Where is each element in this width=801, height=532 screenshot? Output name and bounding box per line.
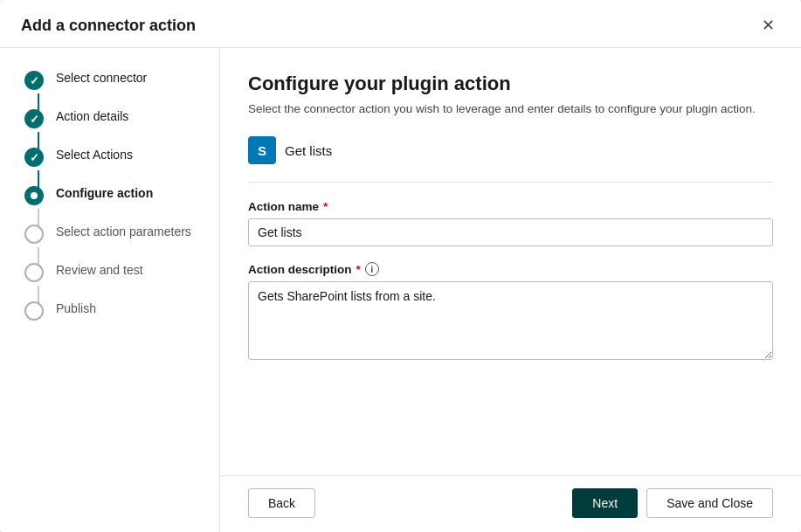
step-label-5: Select action parameters <box>56 223 191 238</box>
step-circle-4 <box>24 186 44 205</box>
check-icon-1: ✓ <box>30 74 39 87</box>
check-icon-3: ✓ <box>30 151 39 164</box>
step-label-2: Action details <box>56 107 128 123</box>
dot-icon-4 <box>31 192 38 199</box>
action-name-group: Action name * <box>248 200 773 246</box>
content-description: Select the connector action you wish to … <box>248 102 773 115</box>
sidebar-item-select-action-parameters[interactable]: Select action parameters <box>0 223 219 261</box>
step-circle-2: ✓ <box>24 109 44 128</box>
action-icon: S <box>248 136 276 164</box>
main-content: Configure your plugin action Select the … <box>220 48 801 532</box>
step-label-4: Configure action <box>56 184 153 200</box>
action-description-group: Action description * i Gets SharePoint l… <box>248 262 773 363</box>
sidebar-item-select-connector[interactable]: ✓ Select connector <box>0 69 219 107</box>
sidebar-item-select-actions[interactable]: ✓ Select Actions <box>0 146 219 184</box>
back-button[interactable]: Back <box>248 488 315 518</box>
footer-right: Next Save and Close <box>572 488 773 518</box>
action-badge: S Get lists <box>248 136 332 164</box>
step-label-1: Select connector <box>56 69 147 85</box>
step-circle-5 <box>24 225 44 244</box>
info-icon: i <box>365 262 379 276</box>
action-display-name: Get lists <box>285 143 332 158</box>
close-button[interactable]: ✕ <box>756 14 780 37</box>
next-button[interactable]: Next <box>572 488 638 518</box>
dialog: Add a connector action ✕ ✓ Select connec… <box>0 0 801 532</box>
content-area: Configure your plugin action Select the … <box>220 48 801 475</box>
check-icon-2: ✓ <box>30 113 39 126</box>
step-circle-7 <box>24 301 44 321</box>
content-title: Configure your plugin action <box>248 73 773 95</box>
action-name-required: * <box>323 200 328 213</box>
sidebar: ✓ Select connector ✓ Action details ✓ Se… <box>0 48 220 532</box>
action-name-input[interactable] <box>248 218 773 246</box>
dialog-body: ✓ Select connector ✓ Action details ✓ Se… <box>0 48 801 532</box>
dialog-title: Add a connector action <box>21 17 196 35</box>
sidebar-item-configure-action[interactable]: Configure action <box>0 184 219 223</box>
action-description-required: * <box>356 263 361 276</box>
sidebar-item-action-details[interactable]: ✓ Action details <box>0 107 219 146</box>
action-name-label: Action name * <box>248 200 773 213</box>
step-label-7: Publish <box>56 300 96 315</box>
footer-left: Back <box>248 488 315 518</box>
save-close-button[interactable]: Save and Close <box>646 488 773 518</box>
close-icon: ✕ <box>762 17 775 34</box>
step-label-6: Review and test <box>56 261 143 277</box>
divider <box>248 182 773 183</box>
step-circle-1: ✓ <box>24 71 44 90</box>
step-label-3: Select Actions <box>56 146 133 162</box>
step-circle-3: ✓ <box>24 148 44 167</box>
sidebar-item-review-and-test[interactable]: Review and test <box>0 261 219 300</box>
action-description-label: Action description * i <box>248 262 773 276</box>
dialog-footer: Back Next Save and Close <box>220 475 801 532</box>
action-description-textarea[interactable]: Gets SharePoint lists from a site. <box>248 281 773 360</box>
step-circle-6 <box>24 263 44 282</box>
sidebar-item-publish[interactable]: Publish <box>0 300 219 338</box>
dialog-header: Add a connector action ✕ <box>0 0 801 48</box>
